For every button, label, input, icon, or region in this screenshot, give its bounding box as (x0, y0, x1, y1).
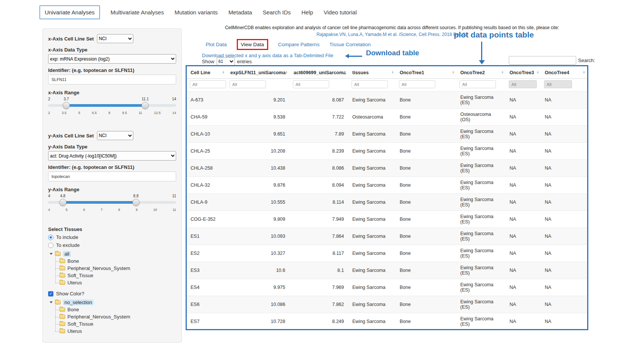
column-filter-input-1[interactable] (230, 80, 266, 88)
table-cell: 9.876 (227, 177, 290, 194)
table-cell: NA (506, 245, 541, 262)
table-row[interactable]: ES310.68.1Ewing SarcomaBoneEwing Sarcoma… (187, 262, 587, 279)
sort-icon[interactable]: ▲▼ (583, 71, 585, 74)
column-header-oncotree2[interactable]: OncoTree2▲▼ (456, 66, 506, 79)
x-axis-range-slider[interactable]: 2 14 3.7 11.1 23.556.589.51112.514 (48, 97, 176, 119)
table-cell: NA (541, 313, 587, 330)
table-row[interactable]: ES810.4498.121Ewing SarcomaBoneEwing Sar… (187, 330, 587, 331)
column-filter-input-0[interactable] (190, 80, 226, 88)
table-row[interactable]: ES49.9757.969Ewing SarcomaBoneEwing Sarc… (187, 279, 587, 296)
table-row[interactable]: ES610.0867.862Ewing SarcomaBoneEwing Sar… (187, 296, 587, 313)
table-row[interactable]: CHLA-109.6517.89Ewing SarcomaBoneEwing S… (187, 126, 587, 143)
column-header-oncotree1[interactable]: OncoTree1▲▼ (396, 66, 456, 79)
sort-icon[interactable]: ▲▼ (452, 71, 455, 74)
column-filter-input-6[interactable] (509, 80, 537, 88)
tree-root-no-selection[interactable]: no_selection (48, 300, 176, 305)
tree-item-bone[interactable]: Bone (59, 306, 176, 313)
tree-item-uterus[interactable]: Uterus (59, 328, 176, 335)
slider-handle-left[interactable] (59, 199, 66, 206)
x-identifier-input[interactable] (48, 75, 176, 84)
subtab-view-data[interactable]: View Data (237, 39, 268, 50)
column-filter-input-4[interactable] (399, 80, 435, 88)
tree-item-soft_tissue[interactable]: Soft_Tissue (59, 272, 176, 279)
y-data-type-label: y-Axis Data Type (48, 144, 176, 150)
checkbox-checked-icon[interactable]: ✓ (48, 291, 53, 296)
sort-icon[interactable]: ▲▼ (222, 71, 225, 74)
table-cell: 10.208 (227, 143, 290, 160)
table-cell: 10.555 (227, 194, 290, 211)
y-identifier-input[interactable] (48, 172, 176, 181)
column-filter-input-2[interactable] (293, 80, 329, 88)
subtab-tissue-correlation[interactable]: Tissue Correlation (329, 42, 370, 47)
nav-item-video-tutorial[interactable]: Video tutorial (324, 6, 356, 19)
sort-icon[interactable]: ▲▼ (391, 71, 394, 74)
table-cell: Ewing Sarcoma (349, 211, 396, 228)
tree-item-soft_tissue[interactable]: Soft_Tissue (59, 320, 176, 328)
column-filter-input-7[interactable] (544, 80, 572, 88)
tree-item-peripheral_nervous_system[interactable]: Peripheral_Nervous_System (59, 313, 176, 320)
table-row[interactable]: ES110.0937.864Ewing SarcomaBoneEwing Sar… (187, 228, 587, 245)
caret-down-icon[interactable] (50, 253, 53, 256)
subtab-plot-data[interactable]: Plot Data (206, 42, 227, 47)
nav-item-search-ids[interactable]: Search IDs (263, 6, 291, 19)
caret-down-icon[interactable] (50, 301, 53, 305)
column-header-cell-line[interactable]: Cell Line▲▼ (187, 66, 227, 79)
slider-track[interactable] (48, 201, 176, 204)
column-filter-input-3[interactable] (352, 80, 388, 88)
slider-handle-right[interactable] (142, 102, 149, 109)
folder-icon (59, 315, 65, 319)
table-cell: Ewing Sarcoma (ES) (456, 177, 506, 194)
slider-handle-right[interactable] (132, 199, 139, 206)
table-row[interactable]: CHA-599.5387.722OsteosarcomaBoneOsteosar… (187, 109, 587, 126)
tree-item-bone[interactable]: Bone (59, 257, 176, 265)
table-row[interactable]: A-6739.2018.087Ewing SarcomaBoneEwing Sa… (187, 92, 587, 109)
table-cell: 10.327 (227, 245, 290, 262)
nav-item-metadata[interactable]: Metadata (228, 6, 252, 19)
sort-icon[interactable]: ▲▼ (344, 71, 347, 74)
column-header-tissues[interactable]: tissues▲▼ (349, 66, 396, 79)
table-row[interactable]: ES210.3278.117Ewing SarcomaBoneEwing Sar… (187, 245, 587, 262)
table-row[interactable]: CHLA-910.5558.114Ewing SarcomaBoneEwing … (187, 194, 587, 211)
entries-count-select[interactable]: 61 (217, 57, 235, 66)
citation-text: CellMinerCDB enables exploration and ana… (197, 25, 587, 30)
table-row[interactable]: COG-E-3529.8097.949Ewing SarcomaBoneEwin… (187, 211, 587, 228)
table-cell: NA (506, 279, 541, 296)
column-filter-input-5[interactable] (460, 80, 496, 88)
radio-to-include[interactable]: To include (48, 234, 176, 240)
table-cell: Bone (396, 211, 456, 228)
nav-item-help[interactable]: Help (302, 6, 313, 19)
search-input[interactable] (509, 56, 576, 65)
table-cell: CHA-59 (187, 109, 227, 126)
nav-item-univariate-analyses[interactable]: Univariate Analyses (39, 5, 100, 19)
tree-item-uterus[interactable]: Uterus (59, 279, 176, 286)
y-data-type-select[interactable]: act: Drug Activity (-log10[IC50M]) (48, 151, 176, 161)
column-header-oncotree4[interactable]: OncoTree4▲▼ (541, 66, 587, 79)
column-header-expslfn11_unisarcoma[interactable]: expSLFN11_uniSarcoma▲▼ (227, 66, 290, 79)
nav-item-multivariate-analyses[interactable]: Multivariate Analyses (111, 6, 164, 19)
table-cell: 10.449 (227, 330, 290, 331)
column-header-oncotree3[interactable]: OncoTree3▲▼ (506, 66, 541, 79)
nav-item-mutation-variants[interactable]: Mutation variants (175, 6, 218, 19)
tree-item-peripheral_nervous_system[interactable]: Peripheral_Nervous_System (59, 265, 176, 272)
y-cell-line-set-select[interactable]: NCI (97, 131, 133, 140)
slider-handle-left[interactable] (63, 102, 70, 109)
sort-icon[interactable]: ▲▼ (285, 71, 288, 74)
sort-icon[interactable]: ▲▼ (536, 71, 539, 74)
table-row[interactable]: ES710.7288.249Ewing SarcomaBoneEwing Sar… (187, 313, 587, 330)
sort-icon[interactable]: ▲▼ (501, 71, 504, 74)
table-cell: NA (506, 211, 541, 228)
column-header-act609699_unisarcoma[interactable]: act609699_uniSarcoma▲▼ (290, 66, 349, 79)
slider-ticks: 23.556.589.51112.514 (48, 111, 176, 115)
table-row[interactable]: CHLA-25810.4388.086Ewing SarcomaBoneEwin… (187, 160, 587, 177)
subtab-compare-patterns[interactable]: Compare Patterns (278, 42, 320, 47)
y-axis-range-slider[interactable]: 4 11 4.8 8.8 4567891011 (48, 194, 176, 216)
tree-root-all[interactable]: all (48, 251, 176, 257)
table-cell: Ewing Sarcoma (349, 245, 396, 262)
table-row[interactable]: CHLA-329.8768.094Ewing SarcomaBoneEwing … (187, 177, 587, 194)
x-data-type-select[interactable]: exp: mRNA Expression (log2) (48, 54, 176, 64)
x-cell-line-set-select[interactable]: NCI (97, 34, 133, 43)
show-color-checkbox-row[interactable]: ✓ Show Color? (48, 291, 176, 296)
table-cell: Ewing Sarcoma (349, 92, 396, 109)
table-row[interactable]: CHLA-2510.2088.239Ewing SarcomaBoneEwing… (187, 143, 587, 160)
radio-to-exclude[interactable]: To exclude (48, 242, 176, 248)
